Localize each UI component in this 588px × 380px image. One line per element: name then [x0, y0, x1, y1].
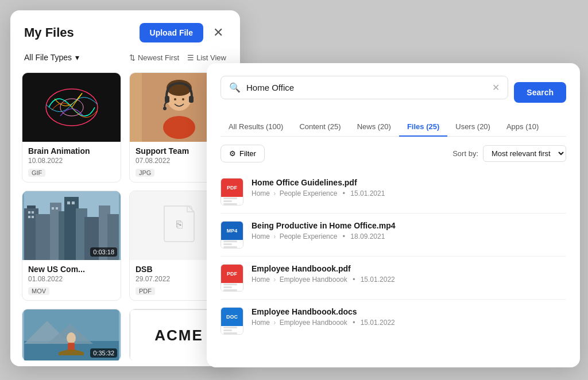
woman-thumb: 0:35:32 [22, 309, 121, 360]
file-type-filter[interactable]: All File Types ▾ [24, 53, 79, 62]
files-grid: Brain Animation 10.08.2022 GIF [10, 68, 240, 360]
svg-text:⎘: ⎘ [176, 219, 182, 230]
svg-rect-6 [189, 96, 194, 103]
result-name-4: Employee Handboook.docs [252, 307, 566, 316]
tab-users[interactable]: Users (20) [447, 118, 498, 137]
results-toolbar: ⚙ Filter Sort by: Most relevant first Ne… [220, 145, 566, 162]
filter-icon: ⚙ [229, 149, 236, 158]
search-tabs: All Results (100) Content (25) News (20)… [220, 118, 566, 137]
file-card-brain[interactable]: Brain Animation 10.08.2022 GIF [22, 72, 121, 183]
filter-button[interactable]: ⚙ Filter [220, 145, 265, 162]
brain-file-date: 10.08.2022 [28, 157, 115, 165]
svg-point-10 [182, 98, 184, 100]
svg-point-8 [163, 116, 195, 139]
mp4-badge-2: MP4 [220, 221, 243, 249]
doc-badge-4: DOC [220, 307, 243, 335]
result-path-3: Home › Employee Handboook • 15.01.2022 [252, 276, 566, 284]
svg-rect-26 [32, 216, 34, 218]
files-modal-title: My Files [24, 25, 74, 40]
brain-file-type: GIF [28, 169, 45, 177]
sort-row: Sort by: Most relevant first Newest firs… [452, 145, 566, 162]
svg-rect-27 [52, 207, 54, 210]
svg-point-37 [67, 332, 76, 344]
search-bar: 🔍 ✕ [220, 76, 508, 99]
result-item-4[interactable]: DOC Employee Handboook.docs Home › [220, 300, 566, 342]
svg-rect-29 [67, 201, 70, 204]
uscom-file-date: 01.08.2022 [28, 275, 115, 283]
result-item-1[interactable]: PDF Home Office Guidelines.pdf Home › [220, 170, 566, 214]
svg-rect-14 [27, 205, 36, 208]
pdf-badge-3: PDF [220, 264, 243, 292]
svg-point-7 [163, 107, 167, 110]
sort-newest-button[interactable]: ⇅ Newest First [129, 53, 179, 62]
result-info-1: Home Office Guidelines.pdf Home › People… [252, 178, 566, 197]
pdf-badge-1: PDF [220, 178, 243, 205]
result-info-4: Employee Handboook.docs Home › Employee … [252, 307, 566, 327]
list-view-button[interactable]: ☰ List View [187, 53, 226, 62]
tab-all-results[interactable]: All Results (100) [220, 118, 291, 137]
search-input[interactable] [246, 83, 486, 92]
result-name-2: Being Productive in Home Office.mp4 [252, 221, 566, 230]
list-icon: ☰ [187, 53, 194, 62]
results-list: PDF Home Office Guidelines.pdf Home › [220, 170, 566, 342]
svg-rect-28 [56, 207, 58, 210]
chevron-down-icon: ▾ [75, 53, 79, 62]
svg-rect-30 [72, 201, 75, 204]
close-button[interactable]: ✕ [210, 25, 226, 41]
upload-file-button[interactable]: Upload File [140, 23, 203, 42]
buildings-thumb: 0:03:18 [22, 191, 121, 260]
uscom-file-name: New US Com... [28, 265, 115, 274]
result-name-1: Home Office Guidelines.pdf [252, 178, 566, 187]
dsb-file-type: PDF [136, 287, 155, 295]
brain-thumb [22, 73, 121, 142]
result-item-2[interactable]: MP4 Being Productive in Home Office.mp4 … [220, 214, 566, 257]
svg-rect-24 [32, 211, 34, 214]
sort-icon: ⇅ [129, 53, 136, 62]
search-modal: 🔍 ✕ Search All Results (100) Content (25… [207, 63, 580, 367]
support-file-type: JPG [136, 169, 154, 177]
search-button[interactable]: Search [514, 82, 566, 103]
file-card-uscom[interactable]: 0:03:18 New US Com... 01.08.2022 MOV [22, 191, 121, 301]
header-actions: Upload File ✕ [140, 23, 226, 42]
svg-rect-23 [28, 211, 30, 214]
result-info-2: Being Productive in Home Office.mp4 Home… [252, 221, 566, 241]
result-name-3: Employee Handboook.pdf [252, 264, 566, 273]
brain-file-name: Brain Animation [28, 146, 115, 156]
search-icon: 🔍 [229, 82, 241, 93]
files-modal: My Files Upload File ✕ All File Types ▾ … [10, 10, 240, 366]
tab-news[interactable]: News (20) [349, 118, 399, 137]
result-item-3[interactable]: PDF Employee Handboook.pdf Home › [220, 257, 566, 300]
result-path-1: Home › People Experience • 15.01.2021 [252, 189, 566, 197]
clear-search-button[interactable]: ✕ [492, 82, 500, 93]
result-path-4: Home › Employee Handboook • 15.01.2022 [252, 319, 566, 327]
uscom-duration: 0:03:18 [90, 247, 117, 257]
result-path-2: Home › People Experience • 18.09.2021 [252, 232, 566, 241]
woman-duration: 0:35:32 [90, 348, 117, 358]
tab-apps[interactable]: Apps (10) [498, 118, 547, 137]
file-card-woman[interactable]: 0:35:32 [22, 309, 121, 360]
svg-rect-25 [28, 216, 30, 218]
result-info-3: Employee Handboook.pdf Home › Employee H… [252, 264, 566, 284]
uscom-file-type: MOV [28, 287, 49, 295]
svg-point-9 [174, 98, 176, 100]
sort-by-label: Sort by: [452, 149, 478, 158]
tab-content[interactable]: Content (25) [291, 118, 349, 137]
tab-files[interactable]: Files (25) [399, 118, 447, 137]
sort-options: ⇅ Newest First ☰ List View [129, 53, 226, 62]
sort-select[interactable]: Most relevant first Newest first Oldest … [483, 145, 566, 162]
files-toolbar: All File Types ▾ ⇅ Newest First ☰ List V… [10, 49, 240, 68]
